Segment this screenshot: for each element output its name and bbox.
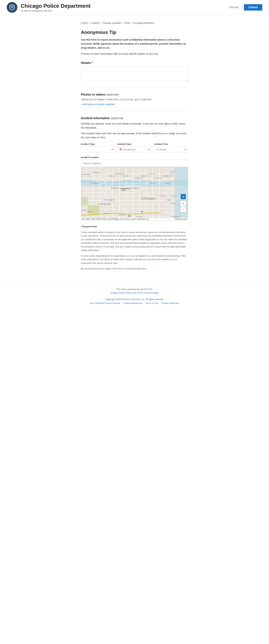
svg-text:La Salin Dr: La Salin Dr: [148, 173, 155, 174]
svg-text:N Ashland Ave: N Ashland Ave: [82, 174, 91, 175]
map-location-button[interactable]: ⊕: [181, 194, 186, 199]
page-header: Chicago Police Department In case of eme…: [0, 0, 269, 15]
svg-text:Chicago: Chicago: [141, 196, 156, 200]
recaptcha-text: This site is protected by reCAPTCHA: [3, 288, 266, 290]
org-name: Chicago Police Department: [21, 3, 227, 9]
incident-type-select[interactable]: [81, 146, 115, 153]
map-controls: ⊕ + −: [181, 194, 186, 212]
svg-text:S Wacker Dr: S Wacker Dr: [159, 195, 167, 196]
language-selector: English | Español | Français canadien | …: [81, 22, 188, 24]
legal-text-1: Forms submitted will be encrypted. If yo…: [81, 230, 188, 252]
map-svg: 290 94 Chicago 599 ft N Paulina St N Ash…: [81, 167, 188, 220]
page-footer: This site is protected by reCAPTCHA Goog…: [0, 282, 269, 308]
add-photo-button[interactable]: + Add photo or video materials: [81, 103, 115, 106]
cookie-pref-link[interactable]: Cookie preferences: [123, 302, 142, 304]
svg-rect-31: [81, 197, 88, 206]
svg-text:599 ft: 599 ft: [121, 189, 126, 191]
incident-desc-2: The Incident Date and Time can be approx…: [81, 132, 188, 140]
lang-espanol[interactable]: Español: [91, 22, 100, 24]
incident-date-field: Incident Date 📅: [118, 143, 152, 153]
incident-time-input[interactable]: [154, 146, 188, 153]
map-zoom-out-button[interactable]: −: [181, 207, 186, 212]
incident-location-label: Incident Location: [81, 156, 188, 158]
svg-text:Orleans St: Orleans St: [141, 175, 148, 177]
required-field-note: * Required field: [81, 225, 188, 228]
legal-text-2: In some cases, depending on the organiza…: [81, 254, 188, 265]
svg-rect-35: [120, 188, 130, 189]
incident-date-label: Incident Date: [118, 143, 152, 145]
incident-type-label: Incident Type: [81, 143, 115, 145]
motorola-link: Motorola Solutions, Inc.: [122, 298, 145, 300]
privacy-statement-link[interactable]: Privacy Statement: [162, 302, 179, 304]
map-zoom-in-button[interactable]: +: [181, 201, 186, 206]
copyright-text: Copyright ©2024 Motorola Solutions, Inc.…: [3, 298, 266, 300]
svg-text:S Peoria St: S Peoria St: [103, 212, 110, 214]
svg-text:N State St: N State St: [165, 182, 171, 184]
map-attribution-text: Esri, NASA, NGA, USGS, FEMA | City of Ch…: [82, 218, 150, 220]
svg-rect-2: [175, 167, 188, 220]
section-divider-1: [81, 87, 188, 88]
main-content: English | Español | Français canadien | …: [77, 15, 192, 282]
incident-desc-1: All fields are optional. Enter as much d…: [81, 122, 188, 130]
lang-francais[interactable]: Français canadien: [102, 22, 121, 24]
svg-text:Chic...: Chic...: [170, 173, 174, 174]
map-container[interactable]: 290 94 Chicago 599 ft N Paulina St N Ash…: [81, 167, 188, 220]
lang-english[interactable]: English: [81, 22, 89, 24]
svg-text:N Kingsbury St: N Kingsbury St: [134, 177, 144, 179]
svg-text:N Ogden Ave: N Ogden Ave: [92, 172, 100, 173]
svg-text:W Illinois St: W Illinois St: [149, 182, 156, 184]
svg-text:E Rand...: E Rand...: [170, 203, 176, 204]
svg-text:N Elizabeth St: N Elizabeth St: [115, 173, 124, 174]
svg-text:N Ada St: N Ada St: [123, 175, 128, 177]
intro-extra: Provide as much information with as many…: [81, 52, 188, 56]
section-divider-2: [81, 111, 188, 111]
discard-button[interactable]: Discard: [227, 4, 241, 10]
svg-text:W Wacker Dr: W Wacker Dr: [131, 188, 140, 189]
svg-text:94: 94: [141, 211, 143, 213]
svg-text:290: 290: [128, 215, 131, 217]
svg-text:W Kinzie St: W Kinzie St: [91, 182, 99, 184]
svg-text:S Wells St: S Wells St: [166, 199, 172, 201]
location-search-input[interactable]: [81, 160, 188, 167]
incident-date-input[interactable]: [118, 146, 152, 153]
svg-text:N May St: N May St: [110, 175, 115, 177]
svg-text:S Jefferson St: S Jefferson St: [118, 214, 126, 216]
emergency-note: In case of emergency call 911: [21, 10, 227, 12]
photos-label: Photos or videos (optional): [81, 93, 188, 96]
recaptcha-links: Google Privacy Policy and Terms of Servi…: [3, 292, 266, 294]
incident-type-field: Incident Type: [81, 143, 115, 153]
details-textarea[interactable]: [81, 66, 188, 82]
incident-time-field: Incident Time 🕐: [154, 143, 188, 153]
svg-text:W Fulton St: W Fulton St: [111, 188, 119, 189]
svg-text:S Michigan Ave: S Michigan Ave: [171, 216, 180, 218]
ca-privacy-link[interactable]: Your California Privacy Choices: [90, 302, 120, 304]
svg-text:N Michigan Ave: N Michigan Ave: [163, 175, 172, 177]
header-actions: Discard Submit: [227, 4, 262, 10]
lang-portugues[interactable]: Português Brasileiro: [133, 22, 154, 24]
lang-polski[interactable]: Polski: [124, 22, 130, 24]
incident-time-label: Incident Time: [154, 143, 188, 145]
details-label: Details *: [81, 61, 188, 65]
svg-text:S Laflin St: S Laflin St: [86, 211, 92, 212]
header-title-block: Chicago Police Department In case of eme…: [21, 3, 227, 12]
submit-button[interactable]: Submit: [244, 4, 262, 10]
shield-icon: [9, 4, 15, 11]
legal-text-3: By using this service you agree to the T…: [81, 267, 188, 270]
photos-description: Upload up to 5 images or video files, in…: [81, 98, 188, 101]
incident-label: Incident information (optional): [81, 116, 188, 120]
svg-text:S Canal St: S Canal St: [136, 216, 143, 218]
intro-description: Use this form to report anonymous and co…: [81, 38, 188, 50]
svg-text:W Chicago Ave: W Chicago Ave: [153, 177, 162, 179]
footer-links: Your California Privacy Choices | Cookie…: [3, 302, 266, 304]
map-attribution: Esri, NASA, NGA, USGS, FEMA | City of Ch…: [81, 218, 188, 220]
incident-fields-row: Incident Type Incident Date 📅 Incident T…: [81, 143, 188, 153]
org-logo: [7, 2, 17, 13]
svg-text:W Washington Blvd: W Washington Blvd: [98, 203, 111, 205]
svg-text:S Loomis St: S Loomis St: [81, 209, 87, 211]
svg-text:Unive...: Unive...: [171, 171, 176, 172]
terms-of-use-link[interactable]: Terms of Use: [146, 302, 158, 304]
page-title: Anonymous Tip: [81, 30, 188, 35]
svg-text:W Randolph St: W Randolph St: [104, 199, 115, 201]
map-powered-text: Powered by Esri: [175, 218, 187, 220]
svg-text:S Clark St: S Clark St: [170, 195, 177, 196]
